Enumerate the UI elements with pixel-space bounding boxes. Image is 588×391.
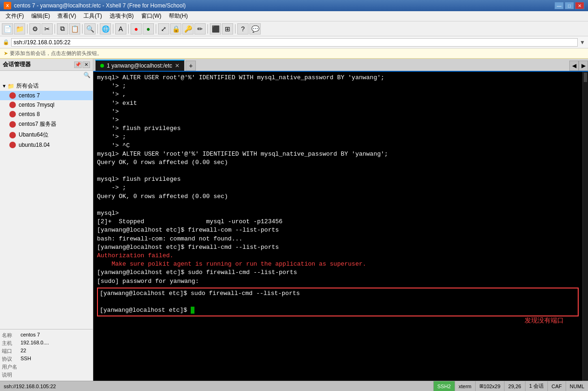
- info-protocol-label: 协议: [2, 356, 21, 363]
- info-arrow-icon: ➤: [4, 50, 8, 56]
- terminal-scrollbar[interactable]: [582, 72, 588, 381]
- terminal-line: '>: [97, 116, 579, 124]
- toolbar-lock-btn[interactable]: 🔒: [170, 23, 181, 34]
- toolbar-globe-btn[interactable]: 🌐: [100, 23, 111, 34]
- session-label: centos 7: [19, 92, 40, 99]
- toolbar-key-btn[interactable]: 🔑: [182, 23, 194, 34]
- terminal-line: '> ^C: [97, 142, 579, 150]
- info-host-row: 主机 192.168.0....: [2, 339, 91, 347]
- terminal-line: '>: [97, 108, 579, 116]
- info-protocol-value: SSH: [21, 356, 91, 363]
- highlight-line-2: [yanwang@localhost etc]$ █: [100, 306, 576, 315]
- toolbar-red-btn[interactable]: ●: [131, 23, 142, 34]
- session-item[interactable]: ubuntu18.04: [0, 140, 93, 150]
- session-item[interactable]: centos 7mysql: [0, 100, 93, 110]
- info-username-label: 用户名: [2, 364, 21, 370]
- session-icon: [9, 142, 16, 148]
- title-bar: X centos 7 - yanwang@localhost:/etc - Xs…: [0, 0, 588, 11]
- status-size: ⊞ 102x29: [475, 381, 504, 391]
- menu-item[interactable]: 编辑(E): [28, 11, 54, 21]
- menu-item[interactable]: 帮助(H): [165, 11, 192, 21]
- session-item[interactable]: centos7 服务器: [0, 119, 93, 130]
- toolbar-sep4: [97, 24, 98, 34]
- menu-item[interactable]: 查看(V): [54, 11, 80, 21]
- status-bar: ssh://192.168.0.105:22 SSH2 xterm ⊞ 102x…: [0, 381, 588, 391]
- session-label: Ubantu64位: [19, 131, 48, 139]
- info-note-label: 说明: [2, 371, 21, 378]
- search-icon[interactable]: 🔍: [83, 72, 91, 79]
- tab-close-btn[interactable]: ✕: [175, 62, 180, 69]
- toolbar-sep2: [55, 24, 55, 34]
- sidebar-controls: 📌 ✕: [74, 62, 90, 68]
- tree-root-label: 所有会话: [16, 82, 39, 90]
- title-bar-controls: — □ ✕: [554, 2, 584, 9]
- highlight-line-1: [yanwang@localhost etc]$ sudo firewall-c…: [100, 289, 576, 298]
- toolbar-btn2[interactable]: ⚙: [29, 23, 41, 34]
- info-bar-text: 要添加当前会话，点击左侧的箭头按钮。: [10, 50, 102, 57]
- info-name-value: centos 7: [21, 332, 91, 339]
- toolbar-sep5: [113, 24, 113, 34]
- session-icon: [9, 111, 16, 117]
- minimize-button[interactable]: —: [554, 2, 564, 9]
- info-note-value: [21, 371, 91, 378]
- terminal-flex: mysql> ALTER USER root'@'%' IDENTIFIED W…: [93, 72, 588, 381]
- tab-main[interactable]: 1 yanwang@localhost:/etc ✕: [95, 60, 185, 71]
- app-icon: X: [4, 2, 11, 9]
- session-label: centos 8: [19, 111, 40, 117]
- terminal-lines: mysql> ALTER USER root'@'%' IDENTIFIED W…: [97, 74, 579, 286]
- close-button[interactable]: ✕: [575, 2, 584, 9]
- tab-nav-left[interactable]: ◀: [569, 61, 579, 71]
- toolbar-edit-btn[interactable]: ✏: [194, 23, 206, 34]
- menu-item[interactable]: 文件(F): [2, 11, 28, 21]
- terminal-line: [yanwang@localhost etc]$ sudo firewall-c…: [97, 268, 579, 277]
- maximize-button[interactable]: □: [565, 2, 574, 9]
- info-bar: ➤ 要添加当前会话，点击左侧的箭头按钮。: [0, 48, 588, 59]
- toolbar-font-btn[interactable]: A: [115, 23, 126, 34]
- sidebar-pin-btn[interactable]: 📌: [74, 62, 82, 68]
- toolbar-expand-btn[interactable]: ⤢: [158, 23, 169, 34]
- info-host-value: 192.168.0....: [21, 340, 91, 347]
- address-bar: 🔒 ▼: [0, 36, 588, 48]
- terminal[interactable]: mysql> ALTER USER root'@'%' IDENTIFIED W…: [93, 72, 582, 381]
- toolbar-search-btn[interactable]: 🔍: [84, 23, 96, 34]
- toolbar-paste-btn[interactable]: 📋: [69, 23, 80, 34]
- toolbar-copy-btn[interactable]: ⧉: [57, 23, 68, 34]
- session-item[interactable]: Ubantu64位: [0, 130, 93, 140]
- session-item[interactable]: centos 7: [0, 91, 93, 100]
- terminal-line: mysql>: [97, 209, 579, 218]
- terminal-highlight-box: [yanwang@localhost etc]$ sudo firewall-c…: [97, 288, 579, 317]
- tab-add-btn[interactable]: +: [186, 61, 196, 71]
- terminal-line: [97, 201, 579, 209]
- terminal-annotation: 发现没有端口: [525, 316, 564, 325]
- session-icon: [9, 132, 16, 138]
- tab-bar: 1 yanwang@localhost:/etc ✕ + ◀ ▶: [93, 59, 588, 72]
- toolbar-split-btn[interactable]: ⊞: [222, 23, 233, 34]
- toolbar-btn3[interactable]: ✂: [42, 23, 53, 34]
- terminal-line: '> ,: [97, 90, 579, 99]
- toolbar-info-btn[interactable]: 💬: [249, 23, 261, 34]
- status-sessions: 1 会话: [525, 381, 547, 391]
- toolbar-sep9: [235, 24, 235, 34]
- toolbar-new-btn[interactable]: 📄: [2, 23, 13, 34]
- session-item[interactable]: centos 8: [0, 110, 93, 119]
- toolbar-open-btn[interactable]: 📁: [14, 23, 25, 34]
- sidebar-info: 名称 centos 7 主机 192.168.0.... 端口 22 协议 SS…: [0, 329, 93, 381]
- toolbar-terminal-btn[interactable]: ⬛: [210, 23, 221, 34]
- menu-item[interactable]: 选项卡(B): [106, 11, 138, 21]
- session-icon: [9, 121, 16, 128]
- address-arrow[interactable]: ▼: [580, 39, 585, 46]
- sidebar-close-btn[interactable]: ✕: [83, 62, 90, 68]
- info-name-label: 名称: [2, 332, 21, 339]
- info-username-value: [21, 364, 91, 370]
- toolbar-green-btn[interactable]: ●: [143, 23, 154, 34]
- address-icon: 🔒: [3, 39, 9, 45]
- toolbar-help-btn[interactable]: ?: [237, 23, 249, 34]
- tree-root[interactable]: ▼ 📁 所有会话: [0, 81, 93, 91]
- menu-item[interactable]: 工具(T): [80, 11, 105, 21]
- terminal-line: -> ;: [97, 184, 579, 192]
- address-input[interactable]: [11, 38, 578, 47]
- session-label: centos7 服务器: [19, 120, 56, 128]
- tab-nav-right[interactable]: ▶: [579, 61, 588, 71]
- menu-item[interactable]: 窗口(W): [138, 11, 165, 21]
- terminal-line: bash: firewall-com: command not found...: [97, 235, 579, 243]
